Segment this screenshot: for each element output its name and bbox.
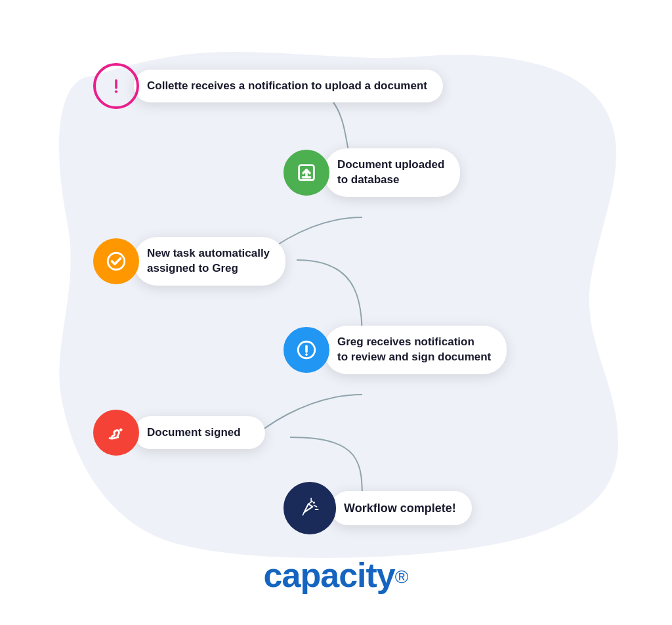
icon-complete: [284, 482, 336, 534]
svg-marker-8: [304, 504, 313, 513]
label-greg-task: New task automaticallyassigned to Greg: [134, 237, 285, 286]
label-greg-notify: Greg receives notificationto review and …: [324, 326, 507, 374]
flow-item-complete: Workflow complete!: [284, 482, 472, 534]
connectors-svg: [41, 43, 631, 542]
flow-item-upload: Document uploadedto database: [284, 148, 460, 197]
main-container: Collette receives a notification to uplo…: [41, 24, 631, 601]
flow-item-signed: Document signed: [93, 410, 265, 456]
svg-point-7: [305, 353, 308, 356]
icon-greg-notify: [284, 327, 329, 373]
flow-diagram: Collette receives a notification to uplo…: [41, 43, 631, 542]
flow-item-greg-task: New task automaticallyassigned to Greg: [93, 237, 285, 286]
label-signed: Document signed: [134, 416, 265, 450]
svg-line-11: [314, 506, 316, 507]
flow-item-greg-notify: Greg receives notificationto review and …: [284, 326, 507, 374]
brand: capacity®: [264, 555, 409, 595]
label-complete: Workflow complete!: [331, 491, 472, 525]
icon-signed: [93, 410, 139, 456]
flow-item-collette: Collette receives a notification to uplo…: [93, 63, 443, 109]
svg-line-9: [308, 501, 312, 504]
svg-point-10: [313, 502, 315, 504]
icon-greg-task: [93, 238, 139, 284]
icon-upload: [284, 150, 329, 196]
brand-superscript: ®: [395, 567, 409, 587]
label-upload: Document uploadedto database: [324, 148, 460, 197]
brand-text: capacity: [264, 556, 395, 594]
icon-collette: [93, 63, 139, 109]
svg-point-1: [115, 90, 117, 93]
svg-line-14: [303, 512, 304, 515]
label-collette: Collette receives a notification to uplo…: [134, 70, 443, 103]
